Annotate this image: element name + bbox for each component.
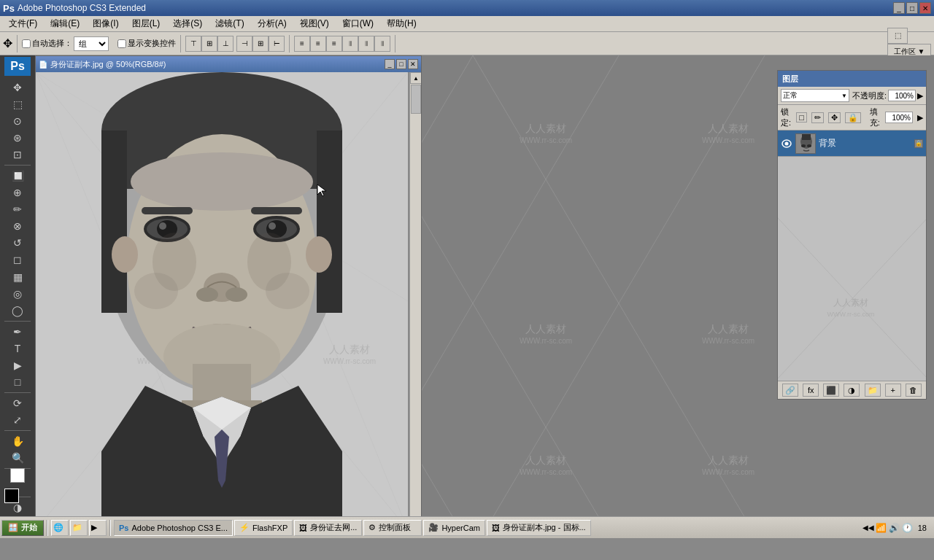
show-transform-checkbox[interactable]	[117, 39, 126, 48]
brush-tool[interactable]: ✏	[9, 201, 26, 217]
eyedropper-tool[interactable]: 🔲	[9, 168, 26, 184]
taskbar-photo2-button[interactable]: 🖼 身份证副本.jpg - 国标...	[487, 520, 591, 536]
crop-tool[interactable]: ⊡	[9, 147, 26, 163]
taskbar-flashfxp-button[interactable]: ⚡ FlashFXP	[234, 520, 293, 536]
menu-help[interactable]: 帮助(H)	[381, 16, 422, 31]
doc-close-button[interactable]: ✕	[408, 59, 418, 69]
lock-all-icon[interactable]: 🔒	[845, 112, 861, 123]
selection-tool[interactable]: ⬚	[9, 96, 26, 112]
delete-layer-button[interactable]: 🗑	[906, 384, 922, 397]
align-bottom-button[interactable]: ⊥	[217, 36, 234, 52]
maximize-button[interactable]: □	[906, 2, 918, 14]
svg-text:WWW.rr-sc.com: WWW.rr-sc.com	[520, 136, 572, 144]
3d-rotate-tool[interactable]: ⟳	[9, 395, 26, 411]
zoom-tool[interactable]: 🔍	[9, 450, 26, 466]
background-color-swatch[interactable]	[10, 468, 25, 483]
pen-tool[interactable]: ✒	[9, 324, 26, 340]
taskbar-hypercam-button[interactable]: 🎥 HyperCam	[423, 520, 485, 536]
menu-analyze[interactable]: 分析(A)	[252, 16, 293, 31]
menu-window[interactable]: 窗口(W)	[336, 16, 379, 31]
heal-tool[interactable]: ⊕	[9, 184, 26, 201]
text-tool[interactable]: T	[9, 341, 26, 357]
history-brush-tool[interactable]: ↺	[9, 235, 26, 251]
layer-group-button[interactable]: 📁	[865, 384, 881, 397]
fill-input[interactable]	[885, 112, 913, 123]
eraser-tool[interactable]: ◻	[9, 252, 26, 268]
svg-text:人人素材: 人人素材	[708, 122, 749, 134]
adjustment-layer-button[interactable]: ◑	[844, 384, 860, 397]
layer-visibility-toggle[interactable]	[781, 138, 792, 149]
link-layers-button[interactable]: 🔗	[782, 384, 798, 397]
gradient-tool[interactable]: ▦	[9, 269, 26, 285]
taskbar-photoshop-button[interactable]: Ps Adobe Photoshop CS3 E...	[114, 520, 233, 536]
lock-image-icon[interactable]: ✏	[811, 112, 824, 123]
photo-canvas[interactable]: 人人素材 WWW.rr-sc.com 人人素材 WWW.rr-sc.com 人人…	[36, 72, 408, 529]
blend-mode-arrow: ▼	[841, 93, 847, 99]
fill-arrow[interactable]: ▶	[917, 113, 923, 122]
taskbar-arrows[interactable]: ◀◀	[862, 524, 874, 532]
layer-mask-button[interactable]: ⬛	[823, 384, 839, 397]
shape-tool[interactable]: □	[9, 374, 26, 390]
lock-position-icon[interactable]: ✥	[828, 112, 841, 123]
menu-filter[interactable]: 滤镜(T)	[209, 16, 250, 31]
taskbar-photo-button[interactable]: 🖼 身份证去网...	[294, 520, 362, 536]
align-vcenter-button[interactable]: ⊞	[201, 36, 217, 52]
dist-hcenter-button[interactable]: ⫴	[358, 36, 374, 52]
ps-logo[interactable]: Ps	[4, 57, 31, 76]
foreground-color-swatch[interactable]	[4, 489, 19, 503]
dist-right-button[interactable]: ⫴	[374, 36, 390, 52]
dist-left-button[interactable]: ⫴	[342, 36, 358, 52]
scroll-thumb[interactable]	[411, 85, 421, 114]
start-button[interactable]: 🪟 开始	[1, 520, 44, 536]
dist-vcenter-button[interactable]: ≡	[310, 36, 326, 52]
dist-bottom-button[interactable]: ≡	[326, 36, 342, 52]
layer-item-background[interactable]: 背景 🔒	[778, 131, 926, 157]
align-right-button[interactable]: ⊢	[269, 36, 285, 52]
vertical-scrollbar[interactable]: ▲	[409, 72, 421, 517]
auto-select-dropdown[interactable]: 组 图层	[74, 36, 109, 51]
menu-file[interactable]: 文件(F)	[3, 16, 43, 31]
dist-top-button[interactable]: ≡	[294, 36, 310, 52]
minimize-button[interactable]: _	[893, 2, 905, 14]
move-tool[interactable]: ✥	[9, 79, 26, 96]
scroll-up-arrow[interactable]: ▲	[410, 72, 421, 84]
tray-volume-icon[interactable]: 🔊	[889, 522, 900, 534]
tray-network-icon[interactable]: 📶	[876, 522, 887, 534]
align-left-button[interactable]: ⊣	[236, 36, 252, 52]
distribute-buttons: ≡ ≡ ≡ ⫴ ⫴ ⫴	[294, 36, 390, 52]
close-button[interactable]: ✕	[919, 2, 931, 14]
menu-layer[interactable]: 图层(L)	[126, 16, 166, 31]
document-titlebar: 📄 身份证副本.jpg @ 50%(RGB/8#) _ □ ✕	[36, 56, 421, 72]
menu-view[interactable]: 视图(V)	[294, 16, 335, 31]
taskbar-explorer-icon[interactable]: 📁	[70, 520, 88, 536]
dodge-tool[interactable]: ◯	[9, 303, 26, 319]
hand-tool[interactable]: ✋	[9, 433, 26, 449]
auto-select-checkbox[interactable]	[22, 39, 31, 48]
menu-select[interactable]: 选择(S)	[167, 16, 208, 31]
new-layer-button[interactable]: +	[885, 384, 901, 397]
menu-edit[interactable]: 编辑(E)	[45, 16, 85, 31]
opacity-input[interactable]	[888, 90, 916, 101]
doc-restore-button[interactable]: □	[396, 59, 406, 69]
quick-select-tool[interactable]: ⊛	[9, 130, 26, 146]
taskbar-ie-icon[interactable]: 🌐	[51, 520, 69, 536]
taskbar-media-icon[interactable]: ▶	[89, 520, 107, 536]
opacity-arrow[interactable]: ▶	[917, 91, 923, 101]
3d-scale-tool[interactable]: ⤢	[9, 412, 26, 428]
blend-mode-dropdown[interactable]: 正常 ▼	[781, 89, 849, 102]
doc-minimize-button[interactable]: _	[385, 59, 395, 69]
layer-style-button[interactable]: fx	[803, 384, 819, 397]
align-hcenter-button[interactable]: ⊞	[252, 36, 269, 52]
screen-mode-button[interactable]: ⬚	[887, 28, 908, 44]
selection-path-tool[interactable]: ▶	[9, 357, 26, 373]
clone-tool[interactable]: ⊗	[9, 218, 26, 234]
lasso-tool[interactable]: ⊙	[9, 113, 26, 129]
tools-panel: Ps ✥ ⬚ ⊙ ⊛ ⊡ 🔲 ⊕ ✏ ⊗ ↺ ◻ ▦ ◎ ◯ ✒ T ▶ □ ⟳…	[0, 55, 35, 538]
lock-transparent-icon[interactable]: □	[796, 112, 807, 122]
menu-image[interactable]: 图像(I)	[87, 16, 124, 31]
align-top-button[interactable]: ⊤	[185, 36, 201, 52]
taskbar-control-panel-button[interactable]: ⚙ 控制面板	[363, 520, 422, 536]
taskbar-sep-1	[47, 520, 48, 536]
layer-lock-icon[interactable]: 🔒	[914, 139, 923, 148]
blur-tool[interactable]: ◎	[9, 286, 26, 302]
